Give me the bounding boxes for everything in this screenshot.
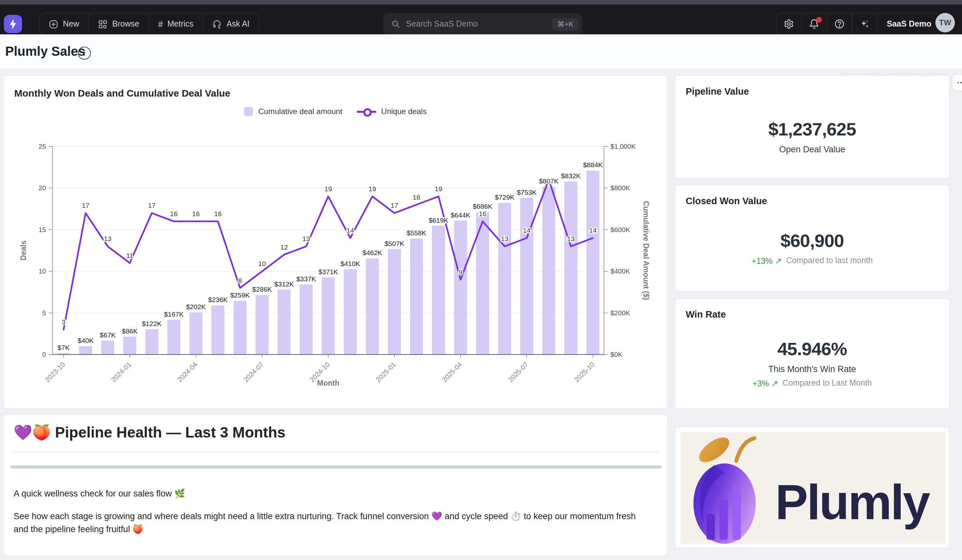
nav-item-browse[interactable]: Browse <box>88 14 148 34</box>
svg-text:16: 16 <box>192 210 200 217</box>
svg-text:$400K: $400K <box>610 267 630 275</box>
svg-text:15: 15 <box>39 226 46 233</box>
grid-icon <box>98 19 108 29</box>
markdown-paragraph: See how each stage is growing and where … <box>14 510 652 536</box>
svg-text:13: 13 <box>104 235 111 242</box>
avatar[interactable]: TW <box>935 13 955 32</box>
top-navbar: New Browse # Metrics Ask AI Search SaaS … <box>0 5 962 34</box>
sparkles-icon <box>860 19 870 29</box>
svg-text:$259K: $259K <box>230 291 250 299</box>
svg-text:$371K: $371K <box>318 268 338 275</box>
stem <box>736 438 754 461</box>
svg-text:$236K: $236K <box>208 296 228 303</box>
svg-text:16: 16 <box>479 210 486 217</box>
kpi-body: $1,237,625 Open Deal Value <box>675 95 949 178</box>
help-button[interactable] <box>826 14 852 34</box>
hash-icon: # <box>158 19 163 29</box>
svg-text:$619K: $619K <box>429 216 449 224</box>
svg-text:$800K: $800K <box>610 184 630 191</box>
svg-text:$312K: $312K <box>274 280 294 288</box>
svg-text:12: 12 <box>280 243 288 251</box>
horizontal-scrollbar[interactable] <box>10 465 662 468</box>
nav-item-label: Browse <box>112 19 139 29</box>
svg-text:0: 0 <box>42 351 46 358</box>
markdown-tile: 💜🍑 Pipeline Health — Last 3 Months A qui… <box>3 414 668 556</box>
svg-text:17: 17 <box>82 201 89 209</box>
svg-text:$753K: $753K <box>517 188 537 196</box>
svg-text:$410K: $410K <box>341 260 360 267</box>
svg-text:10: 10 <box>39 267 46 275</box>
nav-item-label: Ask AI <box>226 19 249 29</box>
ellipsis-icon <box>956 78 962 87</box>
window-top-strip <box>0 0 962 5</box>
nav-item-ask-ai[interactable]: Ask AI <box>202 14 258 34</box>
svg-text:$807K: $807K <box>539 177 559 185</box>
svg-text:16: 16 <box>214 210 221 217</box>
kpi-subtitle: Open Deal Value <box>779 145 845 154</box>
plumly-logo: Plumly <box>681 432 945 544</box>
svg-text:2025-01: 2025-01 <box>374 361 397 384</box>
svg-text:2025-04: 2025-04 <box>441 360 463 383</box>
svg-text:Cumulative Deal Amount ($): Cumulative Deal Amount ($) <box>642 201 650 300</box>
svg-text:Month: Month <box>317 379 340 387</box>
kpi-card-pipeline-value: Pipeline Value $1,237,625 Open Deal Valu… <box>675 75 950 179</box>
page-header: Plumly Sales i <box>0 34 962 69</box>
chart-tile: Monthly Won Deals and Cumulative Deal Va… <box>3 75 668 409</box>
search-placeholder: Search SaaS Demo <box>406 19 552 29</box>
search-shortcut-badge: ⌘+K <box>552 18 579 30</box>
svg-text:$337K: $337K <box>297 275 316 283</box>
app-logo[interactable] <box>4 15 22 33</box>
kpi-comparison: +3% ↗ Compared to Last Month <box>752 378 872 388</box>
help-circle-icon <box>834 19 844 29</box>
kpi-card-win-rate: Win Rate 45.946% This Month's Win Rate +… <box>675 298 950 409</box>
combo-chart-plot[interactable]: $7K$40K$67K$86K$122K$167K$202K$236K$259K… <box>4 76 668 408</box>
kpi-value: $1,237,625 <box>768 119 856 140</box>
more-options-button[interactable] <box>952 74 962 92</box>
delta-value: +3% ↗ <box>752 378 778 388</box>
nav-item-metrics[interactable]: # Metrics <box>148 14 202 34</box>
svg-text:8: 8 <box>238 277 242 284</box>
nav-item-label: New <box>63 19 79 29</box>
svg-text:19: 19 <box>435 185 442 193</box>
kpi-body: $60,900 +13% ↗ Compared to last month <box>675 205 949 291</box>
svg-text:17: 17 <box>391 201 398 209</box>
svg-text:$729K: $729K <box>495 193 515 201</box>
kpi-value: 45.946% <box>778 339 847 359</box>
notification-badge <box>816 17 822 23</box>
org-switcher[interactable]: SaaS Demo <box>877 14 941 34</box>
markdown-heading: 💜🍑 Pipeline Health — Last 3 Months <box>14 424 286 441</box>
svg-text:5: 5 <box>42 309 46 317</box>
svg-text:Deals: Deals <box>19 240 27 260</box>
lightning-bolt-icon <box>7 18 19 30</box>
svg-text:10: 10 <box>258 260 266 267</box>
info-icon[interactable]: i <box>78 47 91 60</box>
nav-item-new[interactable]: New <box>40 14 88 34</box>
wordmark: Plumly <box>775 475 930 529</box>
search-input[interactable]: Search SaaS Demo ⌘+K <box>383 13 583 35</box>
page-title: Plumly Sales <box>5 44 85 59</box>
svg-text:$462K: $462K <box>363 249 383 256</box>
svg-text:$167K: $167K <box>164 311 184 318</box>
settings-button[interactable] <box>776 14 801 34</box>
plus-square-icon <box>48 19 58 29</box>
svg-text:2024-01: 2024-01 <box>110 361 132 384</box>
svg-text:$884K: $884K <box>583 161 603 169</box>
logo-image: Plumly <box>681 432 945 544</box>
svg-text:9: 9 <box>458 268 463 276</box>
delta-value: +13% ↗ <box>752 256 782 266</box>
svg-text:$686K: $686K <box>473 203 493 210</box>
svg-text:$0K: $0K <box>610 351 622 358</box>
nav-item-label: Metrics <box>167 19 194 29</box>
ai-sparkles-button[interactable] <box>852 14 877 34</box>
svg-text:$200K: $200K <box>610 309 630 317</box>
svg-text:16: 16 <box>170 210 178 217</box>
svg-text:3: 3 <box>61 318 66 326</box>
svg-text:19: 19 <box>368 185 376 193</box>
svg-text:13: 13 <box>501 235 508 242</box>
notifications-button[interactable] <box>801 14 826 34</box>
svg-text:2025-07: 2025-07 <box>507 361 529 384</box>
svg-text:$558K: $558K <box>407 229 426 237</box>
svg-text:14: 14 <box>523 227 531 234</box>
delta-note: Compared to last month <box>786 256 873 265</box>
svg-text:14: 14 <box>346 227 354 234</box>
